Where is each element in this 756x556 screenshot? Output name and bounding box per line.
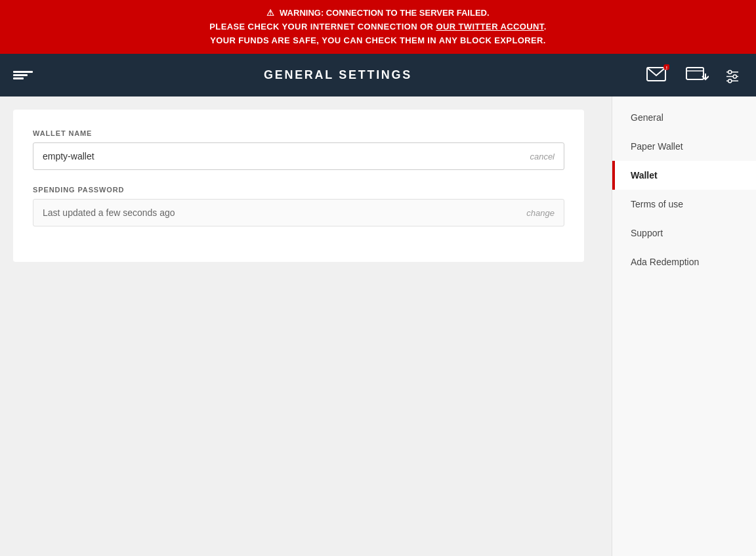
svg-point-12 [728, 79, 732, 83]
header-actions: ! [643, 62, 743, 89]
notifications-button[interactable]: ! [643, 62, 672, 89]
sidebar-item-wallet[interactable]: Wallet [612, 161, 756, 190]
envelope-icon: ! [646, 64, 669, 84]
header: GENERAL SETTINGS ! [0, 54, 756, 96]
warning-banner: ⚠ WARNING: CONNECTION TO THE SERVER FAIL… [0, 0, 756, 54]
spending-password-label: SPENDING PASSWORD [33, 186, 564, 194]
right-sidebar: General Paper Wallet Wallet Terms of use… [612, 96, 756, 556]
logo-line-1 [13, 71, 33, 73]
spending-password-status: Last updated a few seconds ago [33, 200, 564, 226]
settings-button[interactable] [722, 65, 743, 86]
spending-password-group: SPENDING PASSWORD Last updated a few sec… [33, 186, 564, 226]
warning-line2: PLEASE CHECK YOUR INTERNET CONNECTION OR… [13, 20, 743, 34]
svg-point-10 [733, 75, 736, 78]
logo-line-2 [13, 74, 28, 76]
switch-wallet-button[interactable] [682, 62, 711, 89]
sidebar-item-terms-of-use[interactable]: Terms of use [612, 190, 756, 219]
logo-line-3 [13, 77, 24, 79]
switch-icon [685, 64, 709, 84]
main-layout: WALLET NAME cancel SPENDING PASSWORD Las… [0, 96, 756, 556]
twitter-link[interactable]: OUR TWITTER ACCOUNT [436, 22, 543, 32]
wallet-name-label: WALLET NAME [33, 129, 564, 137]
warning-line3: YOUR FUNDS ARE SAFE, YOU CAN CHECK THEM … [13, 34, 743, 48]
svg-point-8 [728, 70, 732, 74]
cancel-button[interactable]: cancel [530, 152, 555, 161]
change-password-button[interactable]: change [526, 208, 555, 218]
svg-text:!: ! [666, 66, 667, 70]
spending-password-wrapper: Last updated a few seconds ago change [33, 199, 564, 226]
sidebar-item-support[interactable]: Support [612, 219, 756, 247]
svg-rect-4 [686, 68, 704, 79]
warning-line1: WARNING: CONNECTION TO THE SERVER FAILED… [280, 8, 489, 18]
warning-title: ⚠ WARNING: CONNECTION TO THE SERVER FAIL… [13, 7, 743, 20]
warning-icon: ⚠ [266, 8, 274, 18]
logo [13, 71, 33, 79]
wallet-name-input[interactable] [33, 143, 564, 169]
page-title: GENERAL SETTINGS [264, 68, 412, 82]
sidebar-item-general[interactable]: General [612, 103, 756, 132]
sidebar-item-paper-wallet[interactable]: Paper Wallet [612, 132, 756, 161]
wallet-name-group: WALLET NAME cancel [33, 129, 564, 170]
sliders-icon [724, 65, 740, 86]
content-area: WALLET NAME cancel SPENDING PASSWORD Las… [0, 96, 612, 556]
settings-card: WALLET NAME cancel SPENDING PASSWORD Las… [13, 110, 584, 262]
logo-icon [13, 71, 33, 79]
wallet-name-input-wrapper: cancel [33, 142, 564, 170]
sidebar-item-ada-redemption[interactable]: Ada Redemption [612, 247, 756, 276]
